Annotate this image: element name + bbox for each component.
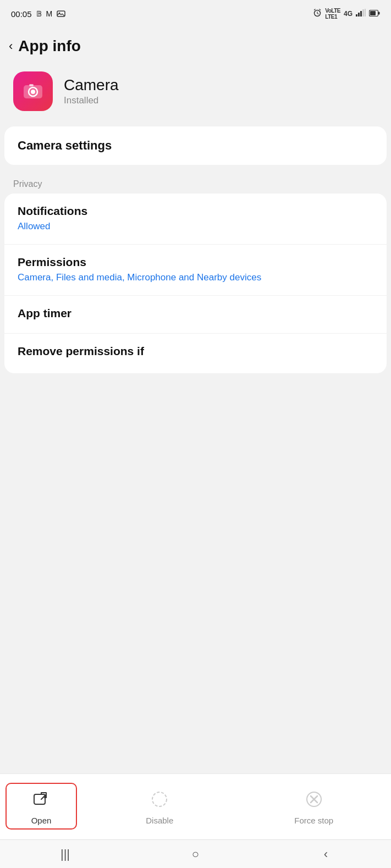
svg-rect-10	[378, 12, 380, 15]
disable-button[interactable]: Disable	[82, 787, 237, 825]
4g-icon: 4G	[344, 10, 353, 18]
notifications-value: Allowed	[18, 220, 373, 233]
notifications-title: Notifications	[18, 204, 373, 218]
force-stop-label: Force stop	[294, 816, 333, 825]
status-right: VoLTELTE1 4G	[313, 8, 380, 20]
svg-rect-6	[362, 9, 364, 16]
status-left: 00:05 𝔹 M	[11, 9, 65, 19]
remove-permissions-title: Remove permissions if	[18, 345, 373, 358]
battery-icon	[369, 9, 380, 19]
nav-menu-button[interactable]: |||	[49, 843, 82, 865]
gmail-icon: M	[46, 9, 53, 18]
app-timer-item[interactable]: App timer	[4, 296, 387, 334]
nav-back-button[interactable]: ‹	[310, 843, 343, 865]
disable-icon	[147, 787, 172, 811]
whatsapp-icon: 𝔹	[36, 9, 42, 18]
svg-rect-7	[365, 9, 366, 16]
permissions-title: Permissions	[18, 256, 373, 269]
volte-icon: VoLTELTE1	[325, 8, 340, 20]
remove-permissions-item[interactable]: Remove permissions if	[4, 334, 387, 373]
app-name: Camera	[64, 76, 119, 94]
svg-point-13	[31, 90, 35, 94]
svg-rect-15	[34, 794, 45, 804]
camera-settings-label: Camera settings	[18, 139, 112, 152]
notifications-item[interactable]: Notifications Allowed	[4, 193, 387, 245]
back-button[interactable]: ‹	[9, 39, 13, 53]
page-title: App info	[18, 37, 81, 55]
force-stop-icon	[302, 787, 326, 811]
svg-rect-5	[360, 11, 362, 16]
open-label: Open	[31, 816, 52, 825]
nav-home-button[interactable]: ○	[179, 843, 212, 865]
app-details: Camera Installed	[64, 76, 119, 106]
app-icon	[13, 71, 53, 111]
signal-icon	[356, 9, 366, 19]
privacy-list-card: Notifications Allowed Permissions Camera…	[4, 193, 387, 373]
force-stop-button[interactable]: Force stop	[237, 787, 392, 825]
privacy-section-label: Privacy	[0, 169, 391, 193]
svg-rect-3	[356, 14, 357, 16]
app-install-status: Installed	[64, 95, 119, 106]
status-bar: 00:05 𝔹 M VoLTELTE1 4G	[0, 0, 391, 27]
open-button[interactable]: Open	[5, 783, 77, 830]
open-icon	[29, 787, 53, 811]
header: ‹ App info	[0, 27, 391, 66]
alarm-icon	[313, 8, 322, 19]
camera-settings-card[interactable]: Camera settings	[4, 126, 387, 165]
nav-bar: ||| ○ ‹	[0, 839, 391, 868]
time-display: 00:05	[11, 9, 32, 19]
permissions-item[interactable]: Permissions Camera, Files and media, Mic…	[4, 245, 387, 296]
svg-rect-4	[358, 13, 360, 16]
permissions-value: Camera, Files and media, Microphone and …	[18, 271, 373, 284]
app-info-row: Camera Installed	[0, 66, 391, 126]
svg-point-16	[152, 792, 167, 806]
svg-rect-9	[370, 11, 376, 15]
svg-rect-14	[29, 84, 34, 86]
app-timer-title: App timer	[18, 307, 373, 320]
gallery-icon	[57, 9, 65, 19]
disable-label: Disable	[146, 816, 173, 825]
bottom-actions-bar: Open Disable Force stop	[0, 773, 391, 839]
